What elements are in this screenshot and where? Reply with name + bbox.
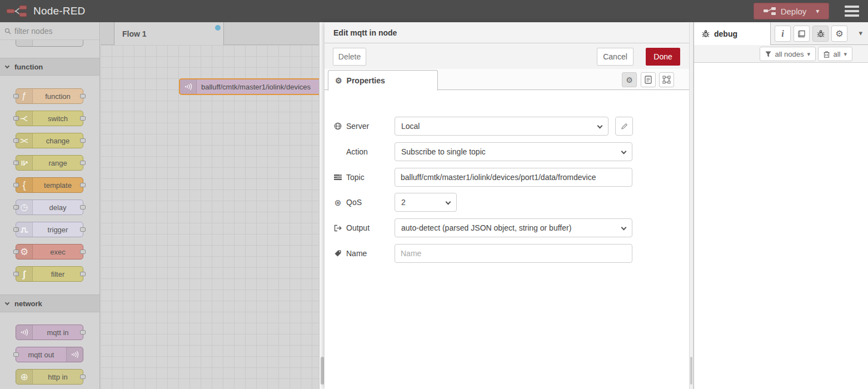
palette-node-switch[interactable]: switch xyxy=(16,111,83,126)
sidebar-menu-caret[interactable]: ▾ xyxy=(859,29,862,37)
palette-scroll-area[interactable]: function ƒ function switch xyxy=(0,40,99,389)
chevron-down-icon xyxy=(621,149,627,154)
server-label: Server xyxy=(333,122,395,131)
debug-clear-button[interactable]: all ▾ xyxy=(818,47,852,61)
cancel-button[interactable]: Cancel xyxy=(597,48,633,66)
filter-button-label: all nodes xyxy=(775,50,804,58)
field-row-name: Name xyxy=(333,244,632,263)
chevron-down-icon xyxy=(5,63,9,68)
wifi-icon xyxy=(16,325,33,340)
palette-node-range[interactable]: range xyxy=(16,155,83,171)
output-port[interactable] xyxy=(80,161,86,165)
brand: Node-RED xyxy=(6,0,85,22)
sidebar-tabbar: debug i ⚙ ▾ xyxy=(694,22,868,45)
gear-icon: ⚙ xyxy=(626,76,633,84)
topic-input[interactable] xyxy=(395,168,632,187)
chevron-down-icon xyxy=(446,200,451,205)
help-tab-button[interactable] xyxy=(794,26,810,42)
palette-node-http-in[interactable]: ⊕ http in xyxy=(16,369,83,385)
action-select-value: Subscribe to single topic xyxy=(401,147,486,156)
palette-node-mqtt-in[interactable]: mqtt in xyxy=(16,325,83,340)
clear-button-label: all xyxy=(833,50,840,58)
gear-icon: ⚙ xyxy=(835,29,843,38)
canvas-node-label: balluff/cmtk/master1/iolink/devices xyxy=(201,79,311,94)
node-description-button[interactable] xyxy=(641,72,656,87)
output-port[interactable] xyxy=(80,116,86,121)
debug-filter-button[interactable]: all nodes ▾ xyxy=(760,47,816,61)
debug-tab-label: debug xyxy=(714,29,737,38)
output-port[interactable] xyxy=(80,330,86,335)
tab-properties[interactable]: ⚙ Properties xyxy=(328,70,438,91)
field-row-topic: Topic xyxy=(333,168,632,187)
action-select[interactable]: Subscribe to single topic xyxy=(395,142,632,161)
sign-out-icon xyxy=(333,225,342,232)
name-input[interactable] xyxy=(395,244,632,263)
output-select-value: auto-detect (parsed JSON object, string … xyxy=(401,223,571,232)
config-nodes-tab-button[interactable]: ⚙ xyxy=(831,26,847,42)
output-port[interactable] xyxy=(80,250,86,254)
debug-toolbar: all nodes ▾ all ▾ xyxy=(694,45,868,63)
output-port[interactable] xyxy=(80,375,86,379)
tab-debug[interactable]: debug xyxy=(694,22,771,45)
palette-node-change[interactable]: change xyxy=(16,133,83,148)
palette-node-exec[interactable]: ⚙ exec xyxy=(16,244,83,260)
globe-icon xyxy=(333,122,342,130)
palette-node-filter[interactable]: ∫ filter xyxy=(16,266,83,282)
output-port[interactable] xyxy=(80,138,86,143)
edit-server-button[interactable] xyxy=(615,117,633,136)
app-title: Node-RED xyxy=(33,5,85,17)
info-icon: i xyxy=(781,29,784,38)
output-port[interactable] xyxy=(80,272,86,276)
output-port[interactable] xyxy=(80,183,86,187)
deploy-button[interactable]: Deploy ▾ xyxy=(754,3,829,19)
range-icon xyxy=(16,156,33,170)
main-menu-button[interactable] xyxy=(845,6,859,17)
topic-label: Topic xyxy=(333,173,395,182)
output-port[interactable] xyxy=(80,205,86,210)
chevron-down-icon xyxy=(5,300,9,305)
palette-category-network[interactable]: network xyxy=(0,295,99,312)
qos-select[interactable]: 2 xyxy=(395,193,457,212)
canvas-scrollbar[interactable] xyxy=(319,22,325,389)
debug-message-list[interactable] xyxy=(694,63,868,389)
palette-node-trigger[interactable]: trigger xyxy=(16,222,83,237)
tag-icon xyxy=(333,250,342,257)
palette-node-function[interactable]: ƒ function xyxy=(16,88,83,104)
deploy-caret-icon[interactable]: ▾ xyxy=(816,8,819,14)
palette-filter[interactable]: filter nodes xyxy=(0,22,99,40)
deploy-icon xyxy=(764,7,776,15)
flow-tab-label: Flow 1 xyxy=(122,29,147,38)
sidebar: debug i ⚙ ▾ xyxy=(694,22,868,389)
delete-button[interactable]: Delete xyxy=(333,48,366,66)
flow-canvas[interactable]: balluff/cmtk/master1/iolink/devices xyxy=(101,45,319,389)
server-select[interactable]: Local xyxy=(395,117,608,136)
name-label: Name xyxy=(333,249,395,258)
workspace-tabbar: Flow 1 xyxy=(101,22,319,45)
document-icon xyxy=(645,76,652,84)
palette-category-function[interactable]: function xyxy=(0,58,99,76)
output-select[interactable]: auto-detect (parsed JSON object, string … xyxy=(395,218,632,237)
qos-select-value: 2 xyxy=(401,198,406,207)
switch-icon xyxy=(16,111,33,126)
palette-node-template[interactable]: { template xyxy=(16,177,83,193)
canvas-scrollbar-thumb[interactable] xyxy=(321,357,324,385)
done-button[interactable]: Done xyxy=(646,48,680,66)
tab-flow-1[interactable]: Flow 1 xyxy=(114,22,224,45)
info-tab-button[interactable]: i xyxy=(775,26,791,42)
palette-node-delay[interactable]: ◷ delay xyxy=(16,200,83,215)
output-port[interactable] xyxy=(80,227,86,232)
node-settings-button[interactable]: ⚙ xyxy=(622,72,637,87)
debug-tab-button[interactable] xyxy=(812,26,829,42)
separator-grip[interactable] xyxy=(690,357,692,385)
node-appearance-button[interactable] xyxy=(659,72,674,87)
output-port[interactable] xyxy=(80,94,86,98)
trigger-pulse-icon xyxy=(16,222,33,237)
palette-node-partial[interactable] xyxy=(16,40,83,47)
tray-tabrow: ⚙ Properties ⚙ xyxy=(325,69,689,90)
tray-title: Edit mqtt in node xyxy=(325,22,689,43)
sidebar-separator[interactable] xyxy=(689,22,694,389)
app-header: Node-RED Deploy ▾ xyxy=(0,0,868,22)
palette-node-mqtt-out[interactable]: mqtt out xyxy=(16,347,83,362)
modified-indicator-dot xyxy=(215,25,221,31)
node-icon xyxy=(16,40,33,46)
